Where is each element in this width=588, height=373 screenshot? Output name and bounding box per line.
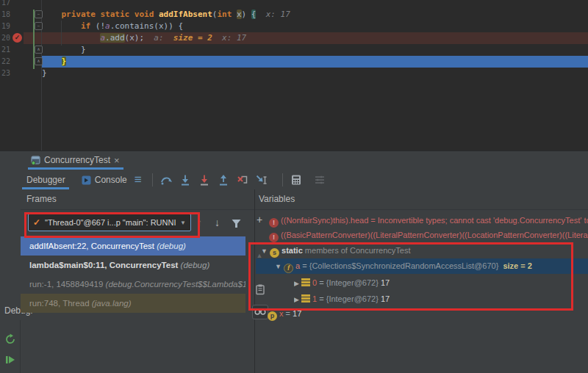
variable-row-a[interactable]: ▼ f a = {Collections$SynchronizedRandomA… — [275, 258, 588, 273]
frame-location: addIfAbsent:22, ConcurrencyTest — [29, 242, 157, 250]
filter-icon[interactable] — [231, 218, 242, 229]
tab-debugger[interactable]: Debugger — [26, 175, 65, 185]
variable-row-x[interactable]: p x = 17 — [268, 306, 588, 321]
watch-error-text: ((NonfairSync)this).head = Inconvertible… — [281, 216, 588, 225]
tree-expanded-icon[interactable]: ▼ — [261, 247, 268, 255]
method-name: addIfAbsent — [159, 10, 212, 19]
equals: = — [284, 309, 293, 318]
static-members-icon: s — [270, 248, 279, 258]
tab-console[interactable]: Console — [95, 175, 127, 185]
field-icon: f — [284, 264, 293, 273]
code-text: (x); — [125, 33, 145, 43]
step-out-icon[interactable] — [218, 174, 229, 186]
keyword: int — [217, 10, 232, 19]
force-step-into-icon[interactable] — [198, 174, 210, 186]
matched-brace: } — [62, 57, 67, 66]
tree-collapsed-icon[interactable]: ▶ — [294, 296, 299, 303]
frame-row[interactable]: run:748, Thread (java.lang) — [21, 294, 245, 313]
code-line-22[interactable]: } — [42, 56, 588, 68]
variable-value: 17 — [293, 309, 301, 318]
tree-expanded-icon[interactable]: ▼ — [275, 263, 282, 270]
rerun-debug-button[interactable] — [4, 333, 16, 345]
static-label: static — [282, 246, 303, 255]
rerun-icon — [4, 333, 16, 345]
tree-collapsed-icon[interactable]: ▶ — [294, 280, 299, 287]
variable-row-static[interactable]: ▼ s static members of ConcurrencyTest — [261, 243, 588, 258]
array-element-icon — [301, 294, 310, 303]
inline-debug-hint-changed: size = 2 — [173, 33, 212, 43]
code-line-23[interactable]: } — [42, 68, 588, 79]
variables-panel-title: Variables — [259, 194, 295, 204]
field-ref: a — [105, 21, 110, 31]
console-icon — [82, 175, 91, 185]
active-tab-underline — [28, 167, 123, 170]
run-to-cursor-icon[interactable] — [256, 174, 268, 186]
breakpoint-icon[interactable]: ✓ — [12, 33, 22, 43]
code-line-18[interactable]: private static void addIfAbsent(int x) {… — [42, 9, 588, 21]
code-text: } — [42, 68, 47, 78]
variable-row-error[interactable]: ! ((BasicPatternConverter)((LiteralPatte… — [269, 228, 588, 242]
variable-row-error[interactable]: ! ((NonfairSync)this).head = Inconvertib… — [269, 213, 588, 228]
code-line-20[interactable]: a.add(x); a: size = 2 x: 17 — [42, 32, 588, 44]
thread-dropdown-value: "Thread-0"@667 i...p "main": RUNNING — [45, 218, 176, 227]
line-number: 22 — [1, 56, 13, 68]
variable-row-element-0[interactable]: ▶ 0 = {Integer@672} 17 — [294, 275, 588, 290]
run-config-icon — [31, 156, 40, 164]
code-text: .contains(x)) { — [110, 21, 183, 31]
frame-package: (debug.ConcurrencyTest$$Lambda$1) — [106, 280, 245, 289]
evaluate-expression-icon[interactable] — [290, 174, 302, 186]
frames-panel-title: Frames — [26, 194, 57, 204]
frame-down-button[interactable]: ↓ — [215, 217, 220, 228]
step-over-icon[interactable] — [160, 174, 172, 186]
variable-type: {Integer@672} — [326, 278, 379, 287]
add-watch-button[interactable]: + — [254, 214, 265, 225]
frame-row[interactable]: addIfAbsent:22, ConcurrencyTest (debug) — [21, 236, 245, 256]
toolbar-separator — [282, 173, 283, 186]
equals: = — [300, 261, 309, 270]
variable-value: 17 — [381, 278, 390, 287]
frame-row[interactable]: lambda$main$0:11, ConcurrencyTest (debug… — [21, 256, 245, 275]
indent — [42, 57, 62, 66]
resume-button[interactable] — [4, 354, 16, 366]
equals: = — [317, 294, 326, 303]
close-icon[interactable]: × — [114, 156, 120, 165]
line-number: 20 — [1, 32, 13, 44]
line-number: 21 — [1, 44, 13, 56]
frame-location: run:-1, 1458849419 — [29, 280, 106, 289]
punct: ) — [242, 10, 251, 19]
frame-package: (java.lang) — [92, 299, 132, 308]
keyword: private static void — [42, 10, 159, 19]
glasses-icon — [254, 308, 266, 316]
code-line-21[interactable]: } — [42, 44, 588, 56]
frame-location: run:748, Thread — [29, 299, 92, 308]
variable-value: 17 — [381, 294, 390, 303]
line-number: 18 — [1, 9, 13, 21]
drop-frame-icon[interactable] — [237, 174, 248, 186]
variable-type: {Collections$SynchronizedRandomAccessLis… — [309, 261, 499, 270]
indent — [42, 33, 100, 43]
variable-row-element-1[interactable]: ▶ 1 = {Integer@672} 17 — [294, 291, 588, 306]
inline-debug-hint: x: 17 — [256, 10, 290, 19]
thread-dropdown[interactable]: ✓ "Thread-0"@667 i...p "main": RUNNING ▼ — [28, 214, 191, 231]
frame-up-button[interactable]: ↑ — [197, 217, 202, 228]
layout-settings-icon[interactable] — [314, 174, 326, 186]
inline-debug-hint: x: 17 — [212, 33, 246, 43]
chevron-down-icon: ▼ — [180, 220, 186, 226]
copy-icon — [254, 283, 265, 295]
code-editor[interactable]: 17 18 19 20 21 22 23 ✓ − − ∧ ∧ private s… — [0, 0, 588, 151]
layout-switch-icon[interactable]: ≡ — [135, 174, 142, 186]
method-call: .add — [105, 33, 125, 43]
array-element-icon — [301, 278, 310, 286]
collection-size: size = 2 — [503, 261, 531, 270]
debug-session-tab[interactable]: ConcurrencyTest × — [31, 153, 120, 167]
variable-type: {Integer@672} — [326, 294, 379, 303]
highlighted-identifier: a.add — [100, 33, 124, 43]
line-number: 23 — [1, 68, 13, 79]
copy-button[interactable] — [254, 283, 265, 295]
toolbar-separator — [152, 173, 153, 186]
code-line-19[interactable]: if (!a.contains(x)) { — [42, 21, 588, 32]
keyword: if — [42, 21, 96, 31]
frame-row[interactable]: run:-1, 1458849419 (debug.ConcurrencyTes… — [21, 275, 245, 294]
show-watches-button[interactable] — [252, 305, 268, 319]
step-into-icon[interactable] — [179, 174, 191, 186]
